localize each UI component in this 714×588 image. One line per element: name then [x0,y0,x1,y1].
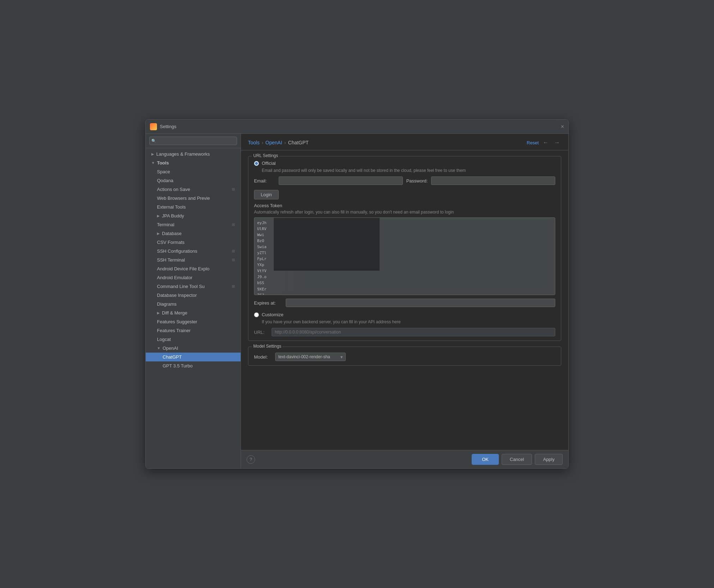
sidebar-item-diff-merge[interactable]: ▶ Diff & Merge [146,308,241,317]
email-row: Email: Password: [254,176,555,185]
model-select-container: text-davinci-002-render-sha gpt-3.5-turb… [275,353,346,361]
window-title: Settings [160,124,176,129]
url-label: URL: [254,330,268,335]
breadcrumb-sep1: › [262,140,264,145]
close-button[interactable]: × [561,124,564,130]
chevron-right-icon: ▶ [157,232,160,235]
sidebar-item-label: SSH Terminal [157,257,185,263]
sidebar-item-terminal[interactable]: Terminal ⊞ [146,220,241,229]
cancel-button[interactable]: Cancel [502,454,532,465]
sidebar-item-jpa-buddy[interactable]: ▶ JPA Buddy [146,211,241,220]
main-content: URL Settings Official Email and password… [241,150,568,450]
sidebar-item-label: GPT 3.5 Turbo [163,363,193,368]
sidebar-item-database[interactable]: ▶ Database [146,229,241,238]
sidebar-item-android-device[interactable]: Android Device File Explo [146,264,241,273]
email-input[interactable] [279,176,403,185]
sidebar-item-features-trainer[interactable]: Features Trainer [146,326,241,335]
sidebar-item-diagrams[interactable]: Diagrams [146,300,241,308]
sidebar-item-actions-on-save[interactable]: Actions on Save ⊞ [146,185,241,194]
sidebar-item-features-suggester[interactable]: Features Suggester [146,317,241,326]
expires-input[interactable]: 2023-04-05T13:01:47.308Z [286,299,555,307]
pixel-noise-overlay [274,218,380,271]
sidebar-item-database-inspector[interactable]: Database Inspector [146,291,241,300]
sidebar-item-label: Features Trainer [157,328,190,333]
breadcrumb: Tools › OpenAI › ChatGPT [248,140,309,145]
sidebar-item-label: Logcat [157,337,171,342]
sidebar-item-ssh-configurations[interactable]: SSH Configurations ⊞ [146,247,241,256]
chevron-down-icon: ▼ [151,161,155,165]
sidebar-item-label: Database [162,231,182,236]
model-select[interactable]: text-davinci-002-render-sha gpt-3.5-turb… [275,353,346,361]
header-actions: Reset ← → [527,139,561,146]
settings-badge-icon: ⊞ [232,249,235,253]
password-label: Password: [406,178,428,184]
forward-button[interactable]: → [553,139,561,146]
password-input[interactable] [431,176,555,185]
sidebar-item-label: External Tools [157,204,186,210]
footer-buttons: OK Cancel Apply [472,454,563,465]
sidebar-item-tools[interactable]: ▼ Tools [146,158,241,167]
sidebar-item-ssh-terminal[interactable]: SSH Terminal ⊞ [146,256,241,264]
sidebar-item-chatgpt[interactable]: ChatGPT [146,353,241,361]
url-row: URL: [254,328,555,336]
sidebar-item-label: Diagrams [157,301,177,307]
sidebar-item-label: Web Browsers and Previe [157,196,210,201]
customize-radio-row: Customize [254,312,555,317]
sidebar-item-command-line[interactable]: Command Line Tool Su ⊞ [146,282,241,291]
url-input[interactable] [272,328,555,336]
chevron-right-icon: ▶ [157,311,160,315]
login-button[interactable]: Login [254,190,279,199]
sidebar-item-label: CSV Formats [157,240,184,245]
sidebar-item-csv-formats[interactable]: CSV Formats [146,238,241,247]
email-label: Email: [254,178,275,184]
sidebar-item-gpt35turbo[interactable]: GPT 3.5 Turbo [146,361,241,370]
expires-label: Expires at: [254,300,282,306]
chevron-right-icon: ▶ [151,152,154,156]
search-wrap: 🔍 [149,137,237,145]
sidebar-item-languages[interactable]: ▶ Languages & Frameworks [146,150,241,158]
sidebar-item-label: Database Inspector [157,293,197,298]
app-icon [150,123,157,130]
breadcrumb-chatgpt: ChatGPT [288,140,309,145]
back-button[interactable]: ← [541,139,550,146]
sidebar-item-label: ChatGPT [163,354,182,360]
official-hint: Email and password will only be saved lo… [262,168,555,173]
settings-window: Settings × 🔍 ▶ Languages & Frameworks ▼ [145,119,569,469]
breadcrumb-tools[interactable]: Tools [248,140,260,145]
model-label: Model: [254,354,272,360]
reset-button[interactable]: Reset [527,140,539,145]
access-token-label: Access Token [254,203,555,208]
sidebar-item-label: JPA Buddy [162,213,184,218]
sidebar-item-label: Features Suggester [157,319,197,324]
token-display-area[interactable]: eyJh UlRV Wwi BzO Swia yZTl FpLr YXp VtY… [254,217,555,295]
sidebar-item-qodana[interactable]: Qodana [146,176,241,185]
official-radio[interactable] [254,161,259,166]
sidebar-item-label: Command Line Tool Su [157,284,205,289]
footer: ? OK Cancel Apply [241,450,568,468]
chevron-right-icon: ▶ [157,214,160,218]
chevron-down-icon: ▼ [157,346,161,350]
breadcrumb-openai[interactable]: OpenAI [265,140,282,145]
help-button[interactable]: ? [247,455,255,464]
customize-radio-label[interactable]: Customize [262,312,283,317]
breadcrumb-sep2: › [284,140,286,145]
svg-rect-0 [274,218,380,271]
search-input[interactable] [149,137,237,145]
sidebar-item-logcat[interactable]: Logcat [146,335,241,344]
url-settings-label: URL Settings [252,153,279,158]
sidebar: 🔍 ▶ Languages & Frameworks ▼ Tools Space [146,134,241,468]
sidebar-item-label: Qodana [157,178,173,183]
access-token-hint: Automatically refresh after login, you c… [254,210,555,215]
sidebar-item-android-emulator[interactable]: Android Emulator [146,273,241,282]
ok-button[interactable]: OK [472,454,499,465]
sidebar-item-space[interactable]: Space [146,167,241,176]
model-settings-label: Model Settings [252,344,283,349]
official-radio-label[interactable]: Official [262,161,276,166]
sidebar-item-web-browsers[interactable]: Web Browsers and Previe [146,194,241,203]
sidebar-item-external-tools[interactable]: External Tools [146,203,241,211]
sidebar-item-openai[interactable]: ▼ OpenAI [146,344,241,353]
expires-row: Expires at: 2023-04-05T13:01:47.308Z [254,299,555,307]
apply-button[interactable]: Apply [535,454,563,465]
sidebar-item-label: Actions on Save [157,187,190,192]
customize-radio[interactable] [254,312,259,317]
